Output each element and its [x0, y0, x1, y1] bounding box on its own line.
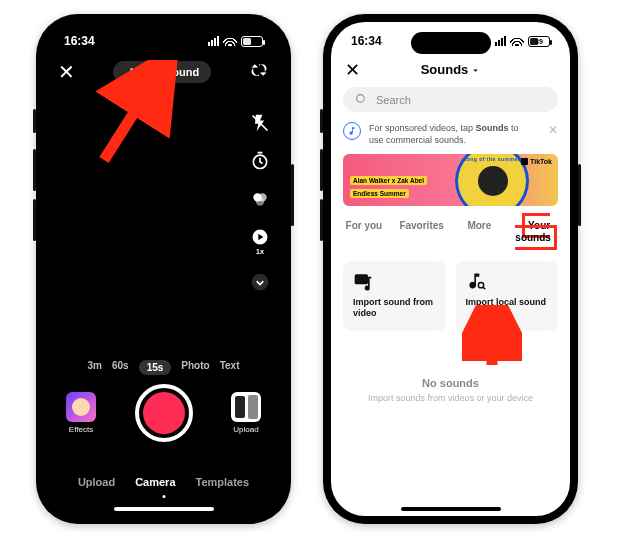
duration-60s[interactable]: 60s	[112, 360, 129, 375]
card-label: Import sound from video	[353, 297, 436, 319]
search-icon	[355, 93, 368, 106]
duration-3m[interactable]: 3m	[88, 360, 102, 375]
cellular-icon	[208, 36, 219, 46]
duration-tabs: 3m 60s 15s Photo Text	[44, 360, 283, 375]
phone-side-button	[578, 164, 581, 226]
tab-for-you[interactable]: For you	[335, 214, 393, 249]
tab-your-sounds[interactable]: Your sounds	[508, 214, 566, 249]
flip-icon	[249, 60, 269, 80]
sounds-screen: 16:34 39 ✕ Sounds Search For sponsored v…	[331, 22, 570, 516]
empty-state: No sounds Import sounds from videos or y…	[331, 377, 570, 403]
speed-icon	[250, 227, 270, 247]
duration-15s[interactable]: 15s	[139, 360, 172, 375]
effects-thumbnail	[66, 392, 96, 422]
promo-badge: Endless Summer	[350, 189, 409, 198]
video-music-icon	[353, 271, 373, 291]
upload-button[interactable]: Upload	[231, 392, 261, 434]
tip-text: For sponsored videos, tap Sounds to use …	[369, 122, 534, 146]
mode-camera[interactable]: Camera	[135, 476, 175, 488]
camera-side-tools: 1x	[249, 112, 271, 293]
phone-side-button	[320, 109, 323, 133]
timer-button[interactable]	[249, 150, 271, 172]
phone-side-button	[33, 199, 36, 241]
empty-title: No sounds	[331, 377, 570, 389]
effects-label: Effects	[69, 425, 93, 434]
svg-point-3	[256, 197, 264, 205]
phone-side-button	[320, 199, 323, 241]
status-icons: 39	[495, 36, 550, 47]
battery-icon: 39	[241, 36, 263, 47]
tab-more[interactable]: More	[451, 214, 509, 249]
svg-point-7	[478, 283, 483, 288]
flip-camera-button[interactable]	[249, 60, 269, 84]
expand-tools-button[interactable]	[249, 271, 271, 293]
mode-templates[interactable]: Templates	[196, 476, 250, 488]
phone-side-button	[33, 149, 36, 191]
status-time: 16:34	[351, 34, 382, 48]
sounds-title[interactable]: Sounds	[421, 62, 481, 77]
flash-button[interactable]	[249, 112, 271, 134]
cellular-icon	[495, 36, 506, 46]
home-indicator[interactable]	[114, 507, 214, 511]
music-search-icon	[466, 271, 486, 291]
mode-indicator-dot	[162, 495, 165, 498]
filters-icon	[250, 189, 270, 209]
tiktok-logo: TikTok	[521, 158, 552, 165]
sounds-header: ✕ Sounds	[331, 54, 570, 83]
upload-thumbnail	[231, 392, 261, 422]
promo-badge: Alan Walker x Zak Abel	[350, 176, 427, 185]
mode-tabs: Upload Camera Templates	[44, 476, 283, 488]
upload-label: Upload	[233, 425, 258, 434]
duration-text[interactable]: Text	[220, 360, 240, 375]
home-indicator[interactable]	[401, 507, 501, 511]
music-note-icon	[125, 67, 136, 78]
wifi-icon	[510, 36, 524, 46]
svg-point-5	[252, 274, 269, 291]
svg-rect-6	[355, 275, 368, 285]
phone-side-button	[291, 164, 294, 226]
status-time: 16:34	[64, 34, 95, 48]
phone-side-button	[320, 149, 323, 191]
promo-ring-text: song of the summer	[455, 156, 529, 162]
empty-subtitle: Import sounds from videos or your device	[331, 393, 570, 403]
tab-favorites[interactable]: Favorites	[393, 214, 451, 249]
commercial-sounds-tip: For sponsored videos, tap Sounds to use …	[343, 122, 558, 146]
phone-frame-right: 16:34 39 ✕ Sounds Search For sponsored v…	[323, 14, 578, 524]
search-placeholder: Search	[376, 94, 411, 106]
sounds-tabs: For you Favorites More Your sounds	[335, 214, 566, 249]
speed-button[interactable]: 1x	[249, 226, 271, 255]
phone-frame-left: 16:34 39 ✕ Add sound 1x	[36, 14, 291, 524]
battery-icon: 39	[528, 36, 550, 47]
chevron-down-icon	[250, 272, 270, 292]
promo-banner[interactable]: song of the summer TikTok Alan Walker x …	[343, 154, 558, 206]
dynamic-island	[124, 32, 204, 54]
search-bar[interactable]: Search	[343, 87, 558, 112]
record-button[interactable]	[135, 384, 193, 442]
close-button[interactable]: ✕	[345, 59, 360, 81]
add-sound-label: Add sound	[142, 66, 199, 78]
dynamic-island	[411, 32, 491, 54]
close-button[interactable]: ✕	[58, 60, 75, 84]
filters-button[interactable]	[249, 188, 271, 210]
phone-side-button	[33, 109, 36, 133]
chevron-down-icon	[471, 66, 480, 75]
wifi-icon	[223, 36, 237, 46]
dismiss-tip-button[interactable]: ✕	[542, 122, 558, 146]
timer-icon	[250, 151, 270, 171]
flash-off-icon	[250, 113, 270, 133]
effects-button[interactable]: Effects	[66, 392, 96, 434]
camera-screen: 16:34 39 ✕ Add sound 1x	[44, 22, 283, 516]
speed-label: 1x	[256, 248, 264, 255]
mode-upload[interactable]: Upload	[78, 476, 115, 488]
status-icons: 39	[208, 36, 263, 47]
import-from-video-card[interactable]: Import sound from video	[343, 261, 446, 331]
duration-photo[interactable]: Photo	[181, 360, 209, 375]
card-label: Import local sound	[466, 297, 549, 308]
add-sound-button[interactable]: Add sound	[113, 61, 211, 83]
import-local-sound-card[interactable]: Import local sound	[456, 261, 559, 331]
music-note-icon	[343, 122, 361, 140]
